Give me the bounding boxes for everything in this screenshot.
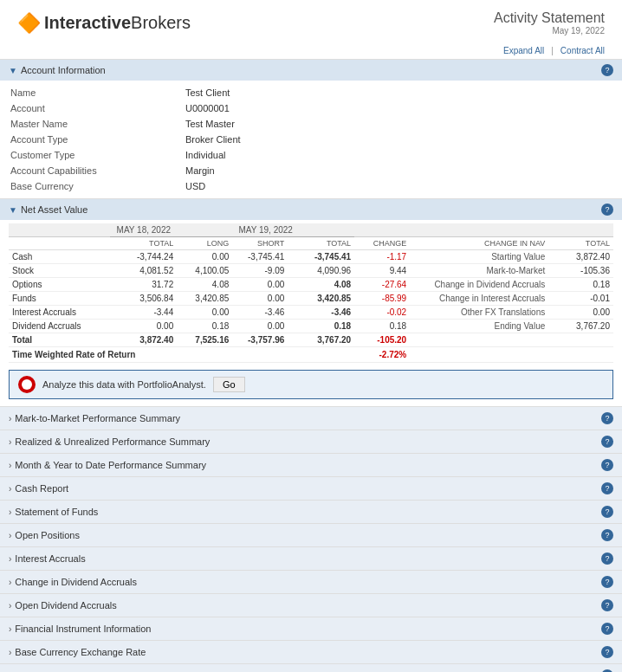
go-button[interactable]: Go: [213, 377, 245, 392]
row-long: 0.00: [177, 306, 232, 320]
section-help-icon[interactable]: ?: [601, 412, 613, 424]
collapsible-section: › Month & Year to Date Performance Summa…: [0, 454, 622, 477]
section-help-icon[interactable]: ?: [601, 506, 613, 518]
account-info-header[interactable]: ▼ Account Information ?: [0, 60, 622, 81]
row-change: 9.44: [354, 264, 410, 278]
row-label: Interest Accruals: [9, 306, 110, 320]
contract-all-link[interactable]: Contract All: [560, 46, 605, 55]
collapsible-label: Open Positions: [15, 530, 80, 540]
field-value: Test Master: [177, 117, 620, 131]
header-right: Activity Statement May 19, 2022: [494, 10, 605, 36]
collapsible-label: Interest Accruals: [15, 553, 85, 564]
change-nav-label: Starting Value: [410, 250, 548, 264]
field-label: Account Type: [2, 132, 175, 146]
row-label: Funds: [9, 292, 110, 306]
table-row: Base Currency USD: [2, 179, 620, 193]
field-value: Margin: [177, 164, 620, 178]
field-label: Account Capabilities: [2, 164, 175, 178]
row-total1: 0.00: [110, 320, 177, 333]
row-total2: -3,745.41: [288, 250, 354, 264]
table-row: Interest Accruals -3.44 0.00 -3.46 -3.46…: [9, 306, 613, 320]
section-help-icon[interactable]: ?: [601, 482, 613, 494]
col-change-nav: CHANGE IN NAV: [410, 237, 548, 250]
collapsible-sections: › Mark-to-Market Performance Summary ? ›…: [0, 407, 622, 672]
collapsible-header[interactable]: › Open Dividend Accruals ?: [0, 594, 622, 617]
collapsible-chevron-icon: ›: [9, 531, 11, 540]
collapsible-label: Month & Year to Date Performance Summary: [15, 460, 206, 470]
change-nav-value: 0.00: [548, 306, 613, 320]
collapsible-header[interactable]: › Realized & Unrealized Performance Summ…: [0, 430, 622, 453]
section-help-icon[interactable]: ?: [601, 529, 613, 541]
nav-label: Net Asset Value: [21, 204, 87, 215]
table-row: Total 3,872.40 7,525.16 -3,757.96 3,767.…: [9, 333, 613, 347]
row-label: Cash: [9, 250, 110, 264]
collapsible-chevron-icon: ›: [9, 437, 11, 447]
nav-content: MAY 18, 2022 MAY 19, 2022 TOTAL LONG SHO…: [0, 220, 622, 363]
report-title: Activity Statement: [494, 10, 605, 26]
nav-section: ▼ Net Asset Value ? MAY 18, 2022 MAY 19,: [0, 199, 622, 407]
row-long: 4.08: [177, 278, 232, 292]
table-row: Options 31.72 4.08 0.00 4.08 -27.64 Chan…: [9, 278, 613, 292]
collapsible-header[interactable]: › Base Currency Exchange Rate ?: [0, 641, 622, 663]
collapsible-label: Change in Dividend Accruals: [15, 577, 137, 587]
collapsible-header[interactable]: › Statement of Funds ?: [0, 501, 622, 523]
page-header: 🔶 InteractiveBrokers Activity Statement …: [0, 0, 622, 42]
section-help-icon[interactable]: ?: [601, 459, 613, 471]
table-row: Name Test Client: [2, 86, 620, 100]
col-header-row: TOTAL LONG SHORT TOTAL CHANGE CHANGE IN …: [9, 237, 613, 250]
section-help-icon[interactable]: ?: [601, 646, 613, 658]
collapsible-header[interactable]: › Codes ?: [0, 664, 622, 672]
table-row: Master Name Test Master: [2, 117, 620, 131]
collapsible-label: Cash Report: [15, 483, 68, 494]
collapsible-chevron-icon: ›: [9, 578, 11, 587]
col-total1: TOTAL: [110, 237, 177, 250]
table-row: Account Type Broker Client: [2, 132, 620, 146]
collapsible-section: › Realized & Unrealized Performance Summ…: [0, 430, 622, 454]
section-help-icon[interactable]: ?: [601, 552, 613, 565]
collapsible-section: › Change in Dividend Accruals ?: [0, 571, 622, 594]
row-short: -3,745.41: [232, 250, 288, 264]
account-info-section: ▼ Account Information ? Name Test Client…: [0, 60, 622, 199]
field-value: U0000001: [177, 101, 620, 115]
nav-chevron-icon: ▼: [9, 205, 17, 215]
row-short: 0.00: [232, 320, 288, 333]
collapsible-header[interactable]: › Cash Report ?: [0, 477, 622, 500]
col-nav-total: TOTAL: [548, 237, 613, 250]
row-total2: 0.18: [288, 320, 354, 333]
change-nav-label: [410, 333, 548, 347]
collapsible-header[interactable]: › Mark-to-Market Performance Summary ?: [0, 407, 622, 430]
collapsible-header[interactable]: › Interest Accruals ?: [0, 547, 622, 570]
field-value: Broker Client: [177, 132, 620, 146]
table-row: Account U0000001: [2, 101, 620, 115]
collapsible-label: Financial Instrument Information: [15, 624, 151, 634]
portfolio-analyst-bar: Analyze this data with PortfolioAnalyst.…: [9, 370, 613, 399]
nav-header[interactable]: ▼ Net Asset Value ?: [0, 199, 622, 220]
collapsible-chevron-icon: ›: [9, 507, 11, 517]
twrr-value: -2.72%: [354, 347, 410, 363]
collapsible-chevron-icon: ›: [9, 624, 11, 634]
collapsible-header[interactable]: › Open Positions ?: [0, 524, 622, 546]
account-info-chevron-icon: ▼: [9, 66, 17, 75]
row-total1: 3,506.84: [110, 292, 177, 306]
nav-help-icon[interactable]: ?: [601, 204, 613, 216]
change-nav-label: Mark-to-Market: [410, 264, 548, 278]
row-total1: -3.44: [110, 306, 177, 320]
expand-contract-bar: Expand All | Contract All: [0, 42, 622, 60]
portfolio-analyst-text: Analyze this data with PortfolioAnalyst.: [42, 379, 206, 390]
section-help-icon[interactable]: ?: [601, 436, 613, 448]
change-nav-label: Other FX Translations: [410, 306, 548, 320]
collapsible-header[interactable]: › Month & Year to Date Performance Summa…: [0, 454, 622, 476]
section-help-icon[interactable]: ?: [601, 623, 613, 635]
field-value: USD: [177, 179, 620, 193]
collapsible-section: › Interest Accruals ?: [0, 547, 622, 571]
collapsible-header[interactable]: › Financial Instrument Information ?: [0, 617, 622, 640]
collapsible-header[interactable]: › Change in Dividend Accruals ?: [0, 571, 622, 593]
section-help-icon[interactable]: ?: [601, 576, 613, 588]
field-label: Base Currency: [2, 179, 175, 193]
section-help-icon[interactable]: ?: [601, 599, 613, 611]
collapsible-section: › Codes ?: [0, 664, 622, 672]
nav-data-table: MAY 18, 2022 MAY 19, 2022 TOTAL LONG SHO…: [9, 223, 613, 363]
field-value: Test Client: [177, 86, 620, 100]
expand-all-link[interactable]: Expand All: [503, 46, 544, 55]
account-info-help-icon[interactable]: ?: [601, 64, 613, 76]
